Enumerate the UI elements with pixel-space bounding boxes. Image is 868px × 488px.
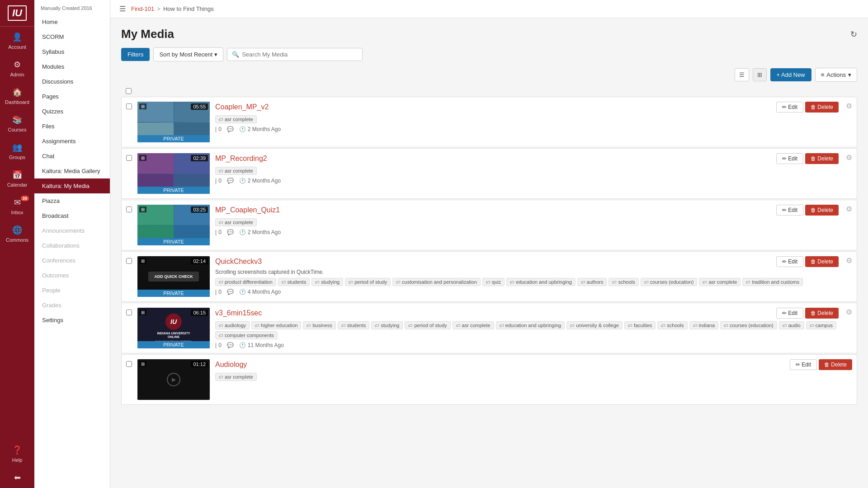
course-nav-kaltura-gallery[interactable]: Kaltura: Media Gallery (34, 164, 110, 178)
filters-button[interactable]: Filters (121, 48, 150, 61)
media-actions-2: ✏ Edit 🗑 Delete (776, 153, 839, 164)
media-checkbox-2[interactable] (126, 155, 132, 161)
media-info-5: v3_6min15sec ✏ Edit 🗑 Delete 🏷audiology … (215, 308, 839, 348)
media-title-6[interactable]: Audiology (215, 361, 247, 369)
course-nav-discussions[interactable]: Discussions (34, 74, 110, 89)
admin-icon: ⚙ (11, 59, 23, 70)
select-all-checkbox[interactable] (126, 88, 132, 94)
add-new-button[interactable]: + Add New (770, 68, 811, 81)
calendar-icon: 📅 (11, 169, 23, 181)
delete-button-3[interactable]: 🗑 Delete (805, 205, 839, 216)
media-checkbox-4[interactable] (126, 258, 132, 264)
edit-button-5[interactable]: ✏ Edit (776, 308, 803, 319)
delete-button-4[interactable]: 🗑 Delete (805, 256, 839, 267)
sidebar-item-inbox[interactable]: ✉ 26 Inbox (0, 192, 34, 220)
edit-button-3[interactable]: ✏ Edit (776, 205, 803, 216)
refresh-icon[interactable]: ↻ (850, 29, 857, 39)
edit-button-2[interactable]: ✏ Edit (776, 153, 803, 164)
settings-icon-5[interactable]: ⚙ (846, 308, 852, 316)
media-meta-4: | 0 💬 🕐 4 Months Ago (215, 289, 839, 295)
hamburger-icon[interactable]: ☰ (119, 5, 126, 13)
course-nav-piazza[interactable]: Piazza (34, 193, 110, 208)
list-item: 🏷education and upbringing (496, 321, 565, 329)
course-nav-broadcast[interactable]: Broadcast (34, 208, 110, 223)
sidebar-item-calendar[interactable]: 📅 Calendar (0, 164, 34, 192)
sidebar-item-dashboard[interactable]: 🏠 Dashboard (0, 82, 34, 109)
course-nav-syllabus[interactable]: Syllabus (34, 44, 110, 59)
search-input[interactable] (242, 51, 358, 58)
page-header: My Media ↻ (121, 27, 857, 41)
edit-button-6[interactable]: ✏ Edit (790, 359, 817, 370)
media-title-1[interactable]: Coaplen_MP_v2 (215, 103, 269, 111)
edit-button-4[interactable]: ✏ Edit (776, 256, 803, 267)
calendar-label: Calendar (7, 182, 28, 188)
breadcrumb-course[interactable]: Find-101 (131, 5, 154, 12)
media-title-row-3: MP_Coaplen_Quiz1 ✏ Edit 🗑 Delete (215, 205, 839, 216)
media-title-5[interactable]: v3_6min15sec (215, 309, 262, 317)
settings-icon-3[interactable]: ⚙ (846, 205, 852, 213)
course-nav-pages[interactable]: Pages (34, 89, 110, 104)
sidebar-item-admin[interactable]: ⚙ Admin (0, 54, 34, 82)
likes-2: | 0 (215, 178, 222, 184)
media-title-row-5: v3_6min15sec ✏ Edit 🗑 Delete (215, 308, 839, 319)
sidebar-item-account[interactable]: 👤 Account (0, 27, 34, 54)
settings-icon-2[interactable]: ⚙ (846, 153, 852, 162)
grid-view-button[interactable]: ⊞ (753, 68, 767, 81)
actions-button[interactable]: ≡ Actions ▾ (815, 68, 857, 82)
thumb-privacy-3: PRIVATE (137, 238, 210, 245)
settings-icon-4[interactable]: ⚙ (846, 256, 852, 265)
course-nav-quizzes[interactable]: Quizzes (34, 104, 110, 119)
sort-chevron-icon: ▾ (214, 51, 217, 58)
course-nav-kaltura-media[interactable]: Kaltura: My Media (34, 178, 110, 193)
courses-icon: 📚 (11, 114, 23, 126)
course-nav-modules[interactable]: Modules (34, 59, 110, 74)
help-icon: ❓ (11, 444, 23, 456)
sidebar-item-help[interactable]: ❓ Help (0, 440, 34, 467)
table-row: ⊞ 03:25 PRIVATE MP_Coaplen_Quiz1 ✏ Edit … (121, 200, 857, 250)
delete-button-1[interactable]: 🗑 Delete (805, 102, 839, 113)
nav-rail-top: IU (0, 0, 34, 27)
inbox-label: Inbox (11, 210, 24, 215)
list-item: 🏷courses (education) (720, 321, 777, 329)
courses-label: Courses (8, 127, 27, 132)
media-title-2[interactable]: MP_Recording2 (215, 155, 267, 163)
thumb-duration-3: 03:25 (191, 206, 208, 213)
edit-button-1[interactable]: ✏ Edit (776, 102, 803, 113)
media-checkbox-3[interactable] (126, 206, 132, 212)
media-thumbnail-5: IU INDIANA UNIVERSITYONLINE Instructiona… (137, 308, 210, 348)
course-nav-home[interactable]: Home (34, 14, 110, 29)
sidebar-item-groups[interactable]: 👥 Groups (0, 137, 34, 164)
sidebar-item-commons[interactable]: 🌐 Commons (0, 220, 34, 247)
list-item: 🏷faculties (624, 321, 656, 329)
media-thumbnail-2: ⊞ 02:39 PRIVATE (137, 153, 210, 194)
likes-5: | 0 (215, 342, 222, 348)
media-info-4: QuickCheckv3 ✏ Edit 🗑 Delete Scrolling s… (215, 256, 839, 295)
sidebar-item-courses[interactable]: 📚 Courses (0, 109, 34, 137)
delete-button-6[interactable]: 🗑 Delete (819, 359, 852, 370)
sort-button[interactable]: Sort by Most Recent ▾ (153, 47, 223, 61)
delete-button-2[interactable]: 🗑 Delete (805, 153, 839, 164)
course-nav-scorm[interactable]: SCORM (34, 29, 110, 44)
media-checkbox-1[interactable] (126, 103, 132, 109)
media-checkbox-6[interactable] (126, 361, 132, 367)
thumb-type-icon-4: ⊞ (139, 258, 146, 264)
course-nav-assignments[interactable]: Assignments (34, 134, 110, 149)
nav-back-button[interactable]: ⬅ (0, 467, 34, 488)
list-item: 🏷quiz (482, 278, 505, 286)
course-nav-settings[interactable]: Settings (34, 313, 110, 328)
thumb-duration-6: 01:12 (191, 361, 208, 367)
list-item: 🏷asr complete (215, 373, 257, 381)
media-checkbox-5[interactable] (126, 310, 132, 315)
delete-button-5[interactable]: 🗑 Delete (805, 308, 839, 319)
list-item: 🏷studying (311, 278, 343, 286)
list-item: 🏷education and upbringing (506, 278, 576, 286)
course-nav-chat[interactable]: Chat (34, 149, 110, 164)
media-tags-4: 🏷product differentiation 🏷students 🏷stud… (215, 278, 839, 286)
list-view-button[interactable]: ☰ (735, 68, 749, 81)
list-item: 🏷computer components (215, 331, 278, 339)
list-item: 🏷asr complete (453, 321, 494, 329)
course-nav-files[interactable]: Files (34, 119, 110, 134)
settings-icon-1[interactable]: ⚙ (846, 102, 852, 110)
media-title-4[interactable]: QuickCheckv3 (215, 258, 262, 266)
media-title-3[interactable]: MP_Coaplen_Quiz1 (215, 206, 280, 214)
